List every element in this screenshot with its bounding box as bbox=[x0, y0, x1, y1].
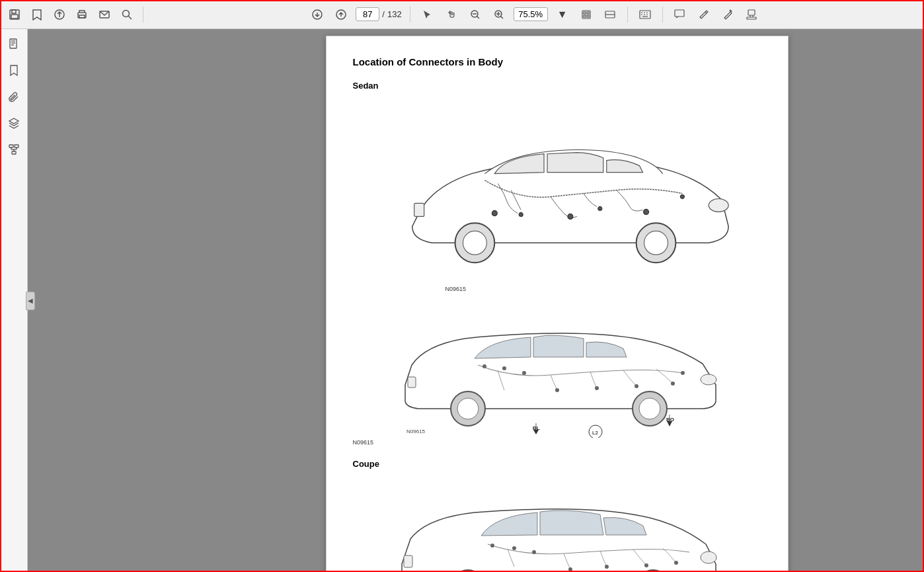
svg-point-75 bbox=[457, 398, 479, 419]
zoom-out-button[interactable] bbox=[466, 5, 484, 24]
sidebar: ◀ bbox=[0, 29, 28, 572]
svg-point-80 bbox=[522, 371, 526, 375]
svg-rect-19 bbox=[584, 12, 586, 14]
svg-point-101 bbox=[490, 544, 494, 548]
stamp-button[interactable] bbox=[742, 5, 761, 24]
svg-line-13 bbox=[477, 16, 479, 19]
zoom-in-button[interactable] bbox=[490, 5, 508, 24]
email-button[interactable] bbox=[95, 5, 114, 24]
svg-rect-5 bbox=[79, 15, 85, 18]
coupe-diagram-container: Coupe bbox=[353, 459, 761, 572]
highlight-button[interactable] bbox=[718, 5, 737, 24]
svg-point-106 bbox=[644, 563, 648, 567]
svg-text:L2: L2 bbox=[592, 430, 598, 436]
svg-rect-37 bbox=[10, 39, 17, 48]
fit-page-button[interactable] bbox=[577, 5, 596, 24]
svg-point-78 bbox=[482, 364, 486, 368]
page-content: Location of Connectors in Body Sedan bbox=[326, 36, 789, 572]
svg-marker-89 bbox=[533, 430, 539, 434]
svg-rect-22 bbox=[587, 15, 589, 17]
sedan-diagram: N09615 BL BL L2 bbox=[353, 95, 761, 299]
fit-width-button[interactable] bbox=[601, 5, 619, 24]
coupe-car-svg: N09703 BL L2 BO bbox=[353, 473, 761, 572]
upload-button[interactable] bbox=[50, 5, 69, 24]
pen-button[interactable] bbox=[695, 5, 713, 24]
document-area[interactable]: Location of Connectors in Body Sedan bbox=[190, 29, 924, 572]
svg-line-8 bbox=[129, 16, 132, 19]
sidebar-bookmarks-button[interactable] bbox=[5, 61, 23, 79]
separator-2 bbox=[410, 7, 410, 22]
separator-4 bbox=[662, 7, 663, 22]
save-button[interactable] bbox=[5, 5, 24, 24]
hand-tool-button[interactable] bbox=[442, 5, 461, 24]
svg-point-79 bbox=[502, 366, 506, 370]
svg-point-105 bbox=[605, 565, 609, 569]
page-nav: / 132 bbox=[356, 7, 401, 21]
svg-point-56 bbox=[567, 214, 572, 219]
svg-point-102 bbox=[512, 546, 516, 550]
search-button[interactable] bbox=[118, 5, 136, 24]
page-input[interactable] bbox=[356, 7, 379, 21]
comment-button[interactable] bbox=[671, 5, 689, 24]
svg-rect-1 bbox=[12, 10, 16, 13]
svg-rect-20 bbox=[587, 12, 589, 14]
svg-rect-21 bbox=[584, 15, 586, 17]
svg-line-34 bbox=[705, 12, 707, 13]
next-page-button[interactable] bbox=[332, 5, 350, 24]
svg-point-54 bbox=[492, 210, 497, 216]
prev-page-button[interactable] bbox=[308, 5, 327, 24]
svg-line-17 bbox=[500, 16, 503, 19]
svg-rect-95 bbox=[404, 555, 412, 567]
sidebar-layers-button[interactable] bbox=[5, 114, 23, 132]
sedan-note: N09615 bbox=[353, 439, 761, 446]
separator-1 bbox=[143, 7, 143, 22]
svg-point-103 bbox=[532, 550, 536, 554]
sidebar-structure-button[interactable] bbox=[5, 140, 23, 159]
svg-point-53 bbox=[644, 231, 668, 255]
svg-point-107 bbox=[674, 561, 678, 565]
svg-point-57 bbox=[597, 206, 601, 210]
svg-point-104 bbox=[568, 567, 572, 571]
svg-point-81 bbox=[555, 388, 559, 392]
svg-point-84 bbox=[671, 382, 675, 386]
svg-rect-41 bbox=[9, 145, 13, 147]
svg-point-73 bbox=[701, 374, 716, 385]
sedan-diagram-container: Sedan bbox=[353, 81, 761, 446]
svg-rect-72 bbox=[408, 377, 416, 388]
page-title: Location of Connectors in Body bbox=[353, 56, 761, 67]
svg-text:N09615: N09615 bbox=[445, 286, 465, 292]
sidebar-attachments-button[interactable] bbox=[5, 87, 23, 106]
svg-point-96 bbox=[701, 552, 716, 563]
svg-rect-2 bbox=[11, 15, 18, 19]
zoom-dropdown-button[interactable]: ▼ bbox=[553, 5, 572, 24]
svg-point-82 bbox=[595, 386, 599, 390]
page-separator: / bbox=[382, 9, 385, 19]
sedan-label: Sedan bbox=[353, 81, 761, 91]
svg-point-77 bbox=[639, 398, 660, 419]
bookmark-button[interactable] bbox=[28, 5, 46, 24]
svg-rect-33 bbox=[675, 10, 684, 17]
svg-point-59 bbox=[680, 195, 684, 199]
page-navigation: / 132 bbox=[150, 5, 919, 24]
svg-rect-49 bbox=[414, 203, 424, 216]
svg-rect-36 bbox=[747, 17, 756, 19]
svg-point-7 bbox=[123, 10, 130, 17]
svg-rect-43 bbox=[12, 151, 16, 154]
main-area: ◀ Location of Connectors in Body Sedan bbox=[0, 29, 924, 572]
svg-point-58 bbox=[643, 209, 648, 214]
svg-rect-35 bbox=[748, 10, 755, 15]
page-total: 132 bbox=[387, 9, 402, 19]
zoom-input[interactable] bbox=[514, 7, 548, 21]
toolbar: / 132 bbox=[0, 0, 924, 29]
print-button[interactable] bbox=[73, 5, 91, 24]
keyboard-button[interactable] bbox=[636, 5, 654, 24]
cursor-tool-button[interactable] bbox=[418, 5, 437, 24]
svg-rect-42 bbox=[15, 145, 19, 147]
sidebar-pages-button[interactable] bbox=[5, 34, 23, 53]
svg-point-85 bbox=[681, 371, 685, 375]
svg-point-48 bbox=[709, 198, 728, 212]
sedan-car-svg: N09615 BL L2 BO bbox=[353, 292, 761, 438]
nav-panel bbox=[28, 29, 190, 572]
svg-marker-94 bbox=[667, 421, 672, 427]
sidebar-collapse-button[interactable]: ◀ bbox=[26, 292, 35, 310]
